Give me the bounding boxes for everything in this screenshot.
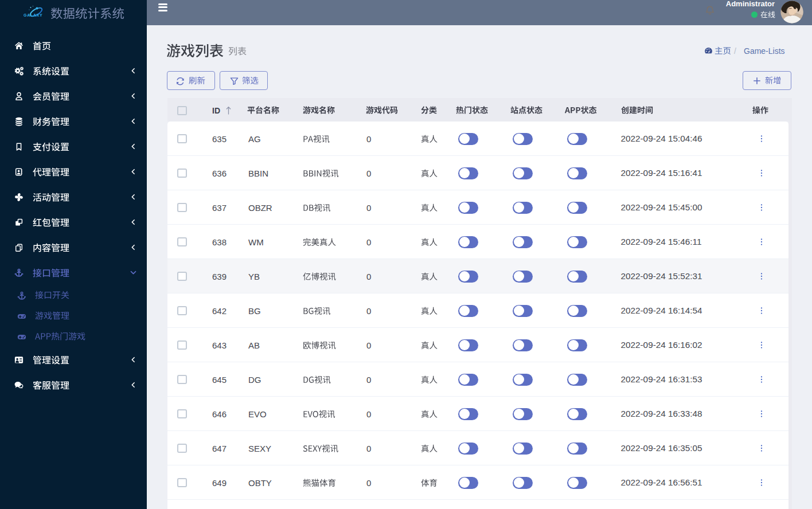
svg-text:GALAXY: GALAXY [24,13,42,17]
